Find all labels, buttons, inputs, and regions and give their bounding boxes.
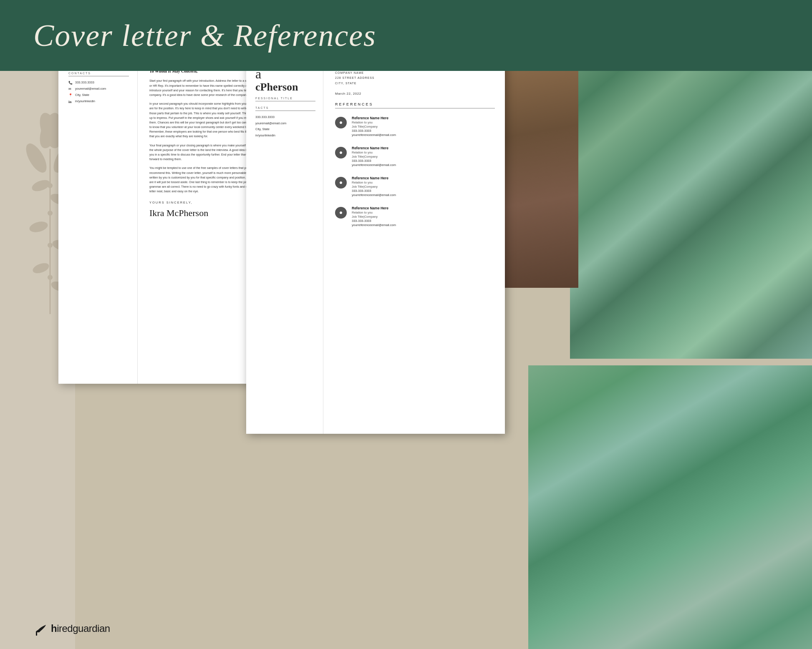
ref-email-3: yourreferenceemail@email.com xyxy=(352,193,495,197)
ref-email-row: youremail@email.com xyxy=(255,121,315,126)
ref-email-2: yourreferenceemail@email.com xyxy=(352,163,495,167)
ref-avatar-2: ● xyxy=(335,147,347,158)
ref-phone: 333.333.3333 xyxy=(255,115,275,119)
location-icon: 📍 xyxy=(68,93,73,97)
references-sidebar: a cPherson fessional Title tacts 333.333… xyxy=(246,50,323,434)
reference-item-3: ● Reference Name Here Relation to you Jo… xyxy=(335,176,495,197)
brand-h-letter: h xyxy=(51,623,57,634)
references-content: Human Resources Company Name 228 Street … xyxy=(323,50,505,434)
linkedin-icon: in xyxy=(68,100,73,104)
ref-phone-3: 333-333-3333 xyxy=(352,189,495,193)
ref-contacts-label: tacts xyxy=(255,106,315,111)
ref-linkedin-row: in/yourlinkedin xyxy=(255,133,315,138)
cover-city: City, State xyxy=(75,93,89,97)
ref-date: March 22, 2022 xyxy=(335,92,495,96)
svg-point-10 xyxy=(32,262,50,275)
ref-name-4: Reference Name Here xyxy=(352,206,495,210)
ref-job-1: Job Title|Company xyxy=(352,125,495,128)
ref-name-1: Reference Name Here xyxy=(352,116,495,120)
ref-job-2: Job Title|Company xyxy=(352,155,495,158)
brand-name: hiredguardian xyxy=(51,623,110,634)
brand-logo xyxy=(33,621,49,636)
ref-phone-row: 333.333.3333 xyxy=(255,115,315,119)
ref-email: youremail@email.com xyxy=(255,121,286,126)
ref-phone-2: 333-333-3333 xyxy=(352,159,495,163)
ref-relation-4: Relation to you xyxy=(352,211,495,214)
svg-point-13 xyxy=(48,211,53,216)
cover-contacts-label: Contacts xyxy=(68,72,129,76)
svg-point-15 xyxy=(48,275,53,280)
cover-phone: 333.333.3333 xyxy=(75,80,94,85)
person-icon-1: ● xyxy=(339,119,343,126)
ref-name-3: Reference Name Here xyxy=(352,176,495,180)
ref-info-4: Reference Name Here Relation to you Job … xyxy=(352,206,495,227)
cover-city-row: 📍 City, State xyxy=(68,93,129,97)
svg-rect-16 xyxy=(36,632,37,636)
ref-relation-2: Relation to you xyxy=(352,151,495,154)
ref-avatar-1: ● xyxy=(335,117,347,128)
email-icon: ✉ xyxy=(68,87,73,91)
ref-info-2: Reference Name Here Relation to you Job … xyxy=(352,146,495,167)
ref-avatar-4: ● xyxy=(335,207,347,219)
svg-point-4 xyxy=(45,125,55,136)
ref-email-1: yourreferenceemail@email.com xyxy=(352,133,495,137)
ref-relation-3: Relation to you xyxy=(352,181,495,184)
page-title: Cover letter & References xyxy=(33,18,376,53)
ref-prof-title-label: fessional Title xyxy=(255,97,315,101)
ref-relation-1: Relation to you xyxy=(352,121,495,124)
svg-point-14 xyxy=(48,243,53,248)
ref-avatar-3: ● xyxy=(335,177,347,189)
person-icon-3: ● xyxy=(339,179,343,186)
cover-linkedin-row: in in/yourlinkedin xyxy=(68,99,129,104)
reference-item-1: ● Reference Name Here Relation to you Jo… xyxy=(335,116,495,137)
ref-info-1: Reference Name Here Relation to you Job … xyxy=(352,116,495,137)
ref-email-4: yourreferenceemail@email.com xyxy=(352,223,495,227)
ref-job-3: Job Title|Company xyxy=(352,185,495,189)
person-icon-2: ● xyxy=(339,149,343,156)
reference-item-2: ● Reference Name Here Relation to you Jo… xyxy=(335,146,495,167)
person-icon-4: ● xyxy=(339,209,343,216)
references-section-title: References xyxy=(335,102,495,108)
cover-email: youremail@email.com xyxy=(75,87,106,91)
cover-letter-sidebar: Ikra McPherson Professional Title Contac… xyxy=(58,17,138,384)
reference-item-4: ● Reference Name Here Relation to you Jo… xyxy=(335,206,495,227)
ref-info-3: Reference Name Here Relation to you Job … xyxy=(352,176,495,197)
ref-phone-4: 333-333-3333 xyxy=(352,219,495,223)
phone-icon: 📞 xyxy=(68,81,73,85)
ref-city: City, State xyxy=(255,127,270,131)
marble-bg-bottom-right xyxy=(528,365,812,649)
ref-phone-1: 333-333-3333 xyxy=(352,129,495,133)
brand-footer: hiredguardian xyxy=(33,621,110,636)
ref-job-4: Job Title|Company xyxy=(352,215,495,219)
ref-name-partial-last: cPherson xyxy=(255,81,315,93)
title-container: Cover letter & References xyxy=(0,0,812,71)
cover-phone-row: 📞 333.333.3333 xyxy=(68,80,129,85)
title-banner: Cover letter & References xyxy=(0,0,812,71)
references-document: a cPherson fessional Title tacts 333.333… xyxy=(246,50,505,434)
cover-linkedin: in/yourlinkedin xyxy=(75,99,95,103)
ref-linkedin: in/yourlinkedin xyxy=(255,133,275,138)
brand-rest: iredguardian xyxy=(57,623,110,634)
svg-point-8 xyxy=(28,220,48,234)
cover-email-row: ✉ youremail@email.com xyxy=(68,87,129,91)
svg-point-12 xyxy=(48,184,53,188)
ref-city-row: City, State xyxy=(255,127,315,131)
ref-name-2: Reference Name Here xyxy=(352,146,495,150)
